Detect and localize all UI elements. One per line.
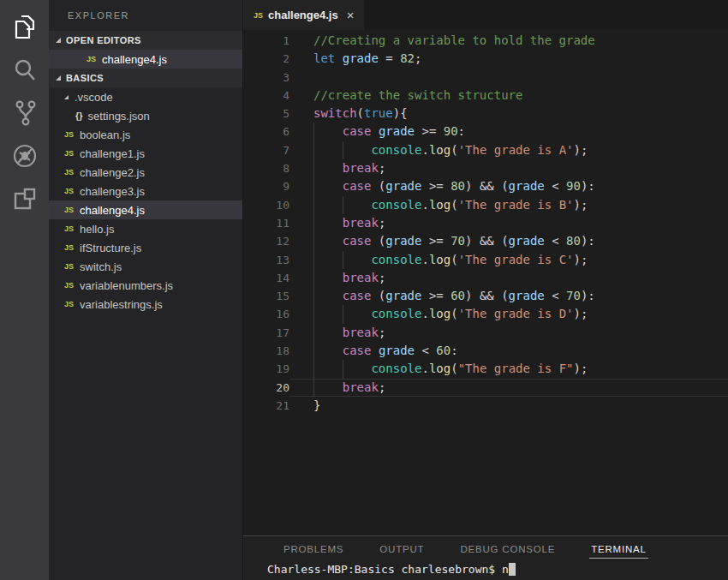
line-number[interactable]: 19: [243, 360, 289, 378]
section-header-open-editors[interactable]: OPEN EDITORS: [49, 31, 242, 50]
code-line[interactable]: 11 break;: [243, 214, 728, 232]
code-line-text[interactable]: break;: [289, 324, 728, 342]
code-line-text[interactable]: case grade < 60:: [289, 342, 728, 360]
line-number[interactable]: 2: [243, 50, 289, 68]
panel-tab-problems[interactable]: PROBLEMS: [282, 539, 345, 559]
code-line[interactable]: 13 console.log('The grade is C');: [243, 251, 728, 269]
code-line[interactable]: 19 console.log("The grade is F");: [243, 360, 728, 378]
file-tree-item[interactable]: JSchallenge4.js: [49, 200, 242, 219]
code-line[interactable]: 15 case (grade >= 60) && (grade < 70):: [243, 287, 728, 305]
code-line-text[interactable]: }: [289, 397, 728, 415]
line-number[interactable]: 16: [243, 305, 289, 323]
code-line[interactable]: 12 case (grade >= 70) && (grade < 80):: [243, 232, 728, 250]
extensions-icon[interactable]: [4, 178, 45, 219]
file-tree-item[interactable]: JSchallenge1.js: [49, 144, 242, 163]
explorer-icon[interactable]: [4, 7, 45, 48]
code-line-text[interactable]: case (grade >= 80) && (grade < 90):: [289, 177, 728, 195]
code-line[interactable]: 14 break;: [243, 269, 728, 287]
search-icon[interactable]: [4, 50, 45, 91]
file-tree-item[interactable]: {}settings.json: [49, 106, 242, 125]
section-label: OPEN EDITORS: [66, 35, 141, 45]
code-line[interactable]: 18 case grade < 60:: [243, 342, 728, 360]
code-line-text[interactable]: break;: [289, 379, 728, 397]
panel-tab-output[interactable]: OUTPUT: [378, 539, 426, 559]
line-number[interactable]: 6: [243, 123, 289, 141]
code-line-text[interactable]: case (grade >= 60) && (grade < 70):: [289, 287, 728, 305]
token-plain: [335, 51, 342, 65]
file-tree-item[interactable]: JSifStructure.js: [49, 238, 242, 257]
code-line[interactable]: 9 case (grade >= 80) && (grade < 90):: [243, 177, 728, 195]
code-line-text[interactable]: let grade = 82;: [289, 50, 728, 68]
file-tree-item[interactable]: JSvariablenumbers.js: [49, 276, 242, 295]
code-editor[interactable]: 1//Creating a variable to hold the grade…: [243, 30, 728, 535]
code-line-text[interactable]: console.log('The grade is C');: [289, 251, 728, 269]
code-line-text[interactable]: //create the switch structure: [289, 87, 728, 105]
line-number[interactable]: 3: [243, 69, 289, 87]
terminal-prompt[interactable]: Charless-MBP:Basics charlesebrown$ n: [243, 561, 728, 578]
code-line[interactable]: 10 console.log('The grade is B');: [243, 196, 728, 214]
token-plain: }: [313, 398, 320, 412]
line-number[interactable]: 21: [243, 397, 289, 415]
code-line-text[interactable]: [289, 69, 728, 87]
token-kw: true: [364, 106, 393, 120]
file-tree-item[interactable]: JSchallenge3.js: [49, 182, 242, 200]
line-number[interactable]: 11: [243, 214, 289, 232]
code-line[interactable]: 1//Creating a variable to hold the grade: [243, 32, 728, 50]
token-plain: (: [451, 143, 457, 157]
file-tree-item[interactable]: JSchallenge2.js: [49, 163, 242, 182]
line-number[interactable]: 18: [243, 342, 289, 360]
panel-tab-terminal[interactable]: TERMINAL: [589, 539, 648, 559]
code-line-text[interactable]: break;: [289, 214, 728, 232]
code-line[interactable]: 6 case grade >= 90:: [243, 123, 728, 141]
line-number[interactable]: 4: [243, 87, 289, 105]
file-tree-item[interactable]: JSboolean.js: [49, 125, 242, 144]
panel-tab-debug-console[interactable]: DEBUG CONSOLE: [458, 539, 557, 559]
code-line-text[interactable]: //Creating a variable to hold the grade: [289, 32, 728, 50]
code-line-text[interactable]: console.log('The grade is B');: [289, 196, 728, 214]
code-line[interactable]: 21}: [243, 397, 728, 415]
line-number[interactable]: 5: [243, 105, 289, 123]
code-line-text[interactable]: break;: [289, 269, 728, 287]
debug-icon[interactable]: [4, 135, 45, 176]
code-line-text[interactable]: console.log('The grade is A');: [289, 141, 728, 159]
editor-tab-challenge4[interactable]: JS challenge4.js ×: [243, 0, 364, 30]
code-line[interactable]: 20 break;: [243, 379, 728, 397]
code-line-text[interactable]: console.log('The grade is D');: [289, 305, 728, 323]
line-number[interactable]: 15: [243, 287, 289, 305]
file-tree-item[interactable]: JSchallenge4.js: [49, 50, 242, 69]
line-number[interactable]: 20: [243, 379, 289, 397]
code-line[interactable]: 16 console.log('The grade is D');: [243, 305, 728, 323]
source-control-icon[interactable]: [4, 93, 45, 134]
line-number[interactable]: 12: [243, 232, 289, 250]
code-line-text[interactable]: break;: [289, 159, 728, 177]
file-tree-item[interactable]: JSvariablestrings.js: [49, 295, 242, 314]
line-number[interactable]: 17: [243, 324, 289, 342]
code-line[interactable]: 4//create the switch structure: [243, 87, 728, 105]
file-tree-item[interactable]: JShello.js: [49, 219, 242, 238]
code-line-text[interactable]: switch(true){: [289, 105, 728, 123]
line-number[interactable]: 14: [243, 269, 289, 287]
file-tree-item[interactable]: .vscode: [49, 87, 242, 106]
folder-twisty-icon[interactable]: [64, 95, 69, 99]
file-tree-item[interactable]: JSswitch.js: [49, 257, 242, 276]
code-line[interactable]: 5switch(true){: [243, 105, 728, 123]
code-line[interactable]: 17 break;: [243, 324, 728, 342]
section-header-basics[interactable]: BASICS: [49, 69, 242, 87]
indent-guide: [313, 269, 314, 287]
line-number[interactable]: 8: [243, 159, 289, 177]
line-number[interactable]: 7: [243, 141, 289, 159]
line-number[interactable]: 10: [243, 196, 289, 214]
code-line-text[interactable]: console.log("The grade is F");: [289, 360, 728, 378]
code-line[interactable]: 7 console.log('The grade is A');: [243, 141, 728, 159]
code-line[interactable]: 3: [243, 69, 728, 87]
line-number[interactable]: 13: [243, 251, 289, 269]
code-line[interactable]: 2let grade = 82;: [243, 50, 728, 68]
token-var: grade: [379, 124, 415, 138]
vscode-window: EXPLORER OPEN EDITORSJSchallenge4.jsBASI…: [0, 0, 728, 580]
line-number[interactable]: 9: [243, 177, 289, 195]
code-line[interactable]: 8 break;: [243, 159, 728, 177]
code-line-text[interactable]: case (grade >= 70) && (grade < 80):: [289, 232, 728, 250]
code-line-text[interactable]: case grade >= 90:: [289, 123, 728, 141]
line-number[interactable]: 1: [243, 32, 289, 50]
close-icon[interactable]: ×: [347, 8, 355, 22]
